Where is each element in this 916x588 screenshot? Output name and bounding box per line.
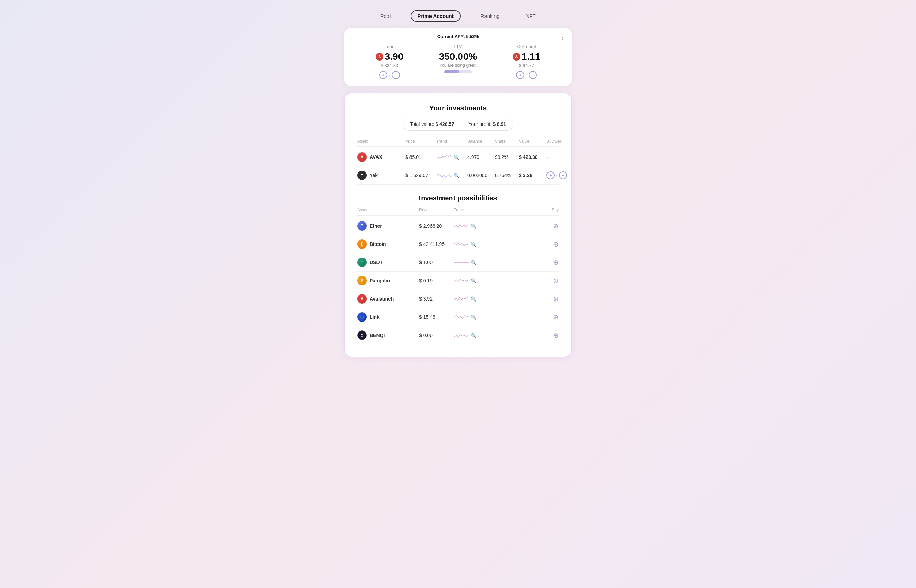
possibilities-section: Investment possibilities Asset Price Tre… bbox=[357, 194, 559, 344]
usdt-icon: T bbox=[357, 258, 367, 267]
total-value: Total value: $ 426.57 bbox=[403, 119, 461, 130]
search-icon-avalaunch[interactable]: 🔍 bbox=[471, 296, 476, 302]
price-ether: $ 2,968.20 bbox=[419, 223, 453, 229]
collateral-add-button[interactable]: + bbox=[516, 71, 524, 79]
search-icon-pangolin[interactable]: 🔍 bbox=[471, 278, 476, 283]
asset-link: ⬡ Link bbox=[357, 312, 419, 322]
buy-benqi-button[interactable]: ⊕ bbox=[545, 331, 559, 339]
more-options-button[interactable]: ⋮ bbox=[560, 33, 566, 41]
price-yak: $ 1,629.07 bbox=[405, 173, 436, 178]
your-profit: Your profit: $ 8.91 bbox=[461, 119, 513, 130]
eth-icon: Ξ bbox=[357, 221, 367, 231]
nav-prime-account[interactable]: Prime Account bbox=[411, 10, 460, 22]
nav-ranking[interactable]: Ranking bbox=[474, 11, 506, 21]
price-bitcoin: $ 42,411.95 bbox=[419, 241, 453, 247]
search-icon-avax[interactable]: 🔍 bbox=[453, 155, 459, 160]
balance-avax: 4.979 bbox=[467, 154, 495, 160]
table-row: Y Yak $ 1,629.07 🔍 0.002000 0.764% $ 3.2… bbox=[357, 166, 559, 185]
loan-add-button[interactable]: + bbox=[379, 71, 387, 79]
sparkline-pangolin bbox=[453, 276, 469, 285]
trend-yak: 🔍 bbox=[436, 171, 467, 179]
link-icon: ⬡ bbox=[357, 312, 367, 322]
asset-avalaunch: A Avalaunch bbox=[357, 294, 419, 304]
asset-name-yak: Yak bbox=[369, 173, 378, 178]
col-balance: Balance bbox=[467, 139, 495, 144]
possibilities-title: Investment possibilities bbox=[357, 194, 559, 202]
asset-bitcoin: ₿ Bitcoin bbox=[357, 239, 419, 249]
buysell-yak: + / − bbox=[547, 171, 571, 179]
sparkline-yak bbox=[436, 171, 452, 179]
trend-avalaunch: 🔍 bbox=[453, 295, 495, 303]
sparkline-benqi bbox=[453, 331, 469, 339]
price-link: $ 15.48 bbox=[419, 314, 453, 320]
search-icon-usdt[interactable]: 🔍 bbox=[471, 260, 476, 265]
col-value: Value bbox=[519, 139, 547, 144]
share-avax: 99.2% bbox=[495, 154, 519, 160]
poss-col-buy: Buy bbox=[545, 208, 559, 213]
buy-link-button[interactable]: ⊕ bbox=[545, 313, 559, 321]
collateral-label: Collateral bbox=[492, 44, 560, 49]
sparkline-ether bbox=[453, 222, 469, 230]
buy-pangolin-button[interactable]: ⊕ bbox=[545, 276, 559, 285]
sparkline-avax bbox=[436, 153, 452, 161]
ltv-bar-fill bbox=[444, 71, 460, 73]
asset-pangolin: P Pangolin bbox=[357, 276, 419, 285]
benqi-icon: Q bbox=[357, 330, 367, 340]
asset-ether: Ξ Ether bbox=[357, 221, 419, 231]
sparkline-bitcoin bbox=[453, 240, 469, 248]
png-icon: P bbox=[357, 276, 367, 285]
ltv-bar bbox=[444, 71, 472, 73]
investments-table-header: Asset Price Trend Balance Share Value Bu… bbox=[357, 139, 559, 147]
buy-avalaunch-button[interactable]: ⊕ bbox=[545, 295, 559, 303]
loan-section: Loan A 3.90 $ 331.80 + / − bbox=[356, 44, 424, 79]
poss-row-avalaunch: A Avalaunch $ 3.92 🔍 ⊕ bbox=[357, 290, 559, 308]
yak-asset-icon: Y bbox=[357, 171, 367, 180]
ltv-sub: You are doing great! bbox=[424, 63, 492, 68]
navigation: Pool Prime Account Ranking NFT bbox=[374, 10, 542, 22]
asset-usdt: T USDT bbox=[357, 258, 419, 267]
main-card: Your investments Total value: $ 426.57 Y… bbox=[345, 93, 571, 357]
table-row: A AVAX $ 85.01 🔍 4.979 99.2% $ 423.30 - bbox=[357, 148, 559, 166]
balance-yak: 0.002000 bbox=[467, 173, 495, 178]
price-pangolin: $ 0.19 bbox=[419, 278, 453, 283]
collateral-buttons: + / − bbox=[492, 71, 560, 79]
search-icon-yak[interactable]: 🔍 bbox=[453, 173, 459, 178]
yak-add-button[interactable]: + bbox=[547, 171, 555, 179]
poss-row-usdt: T USDT $ 1.00 🔍 ⊕ bbox=[357, 254, 559, 271]
loan-amount: A 3.90 bbox=[356, 51, 424, 62]
current-apy: Current APY: 5.52% bbox=[356, 34, 560, 39]
search-icon-ether[interactable]: 🔍 bbox=[471, 223, 476, 229]
col-buysell: Buy/Sell bbox=[547, 139, 571, 144]
share-yak: 0.764% bbox=[495, 173, 519, 178]
poss-row-pangolin: P Pangolin $ 0.19 🔍 ⊕ bbox=[357, 271, 559, 290]
col-price: Price bbox=[405, 139, 436, 144]
search-icon-link[interactable]: 🔍 bbox=[471, 315, 476, 320]
sparkline-avalaunch bbox=[453, 295, 469, 303]
nav-pool[interactable]: Pool bbox=[374, 11, 397, 21]
avax-icon: A bbox=[376, 53, 384, 61]
poss-col-trend: Trend bbox=[453, 208, 495, 213]
btc-icon: ₿ bbox=[357, 239, 367, 249]
col-asset: Asset bbox=[357, 139, 405, 144]
poss-row-benqi: Q BENQI $ 0.06 🔍 ⊕ bbox=[357, 326, 559, 344]
poss-row-bitcoin: ₿ Bitcoin $ 42,411.95 🔍 ⊕ bbox=[357, 235, 559, 254]
asset-benqi: Q BENQI bbox=[357, 330, 419, 340]
collateral-minus-button[interactable]: − bbox=[529, 71, 537, 79]
buy-usdt-button[interactable]: ⊕ bbox=[545, 258, 559, 267]
nav-nft[interactable]: NFT bbox=[519, 11, 542, 21]
poss-row-link: ⬡ Link $ 15.48 🔍 ⊕ bbox=[357, 308, 559, 326]
loan-minus-button[interactable]: − bbox=[392, 71, 400, 79]
possibilities-header: Asset Price Trend Buy bbox=[357, 208, 559, 216]
value-avax: $ 423.30 bbox=[519, 154, 547, 160]
loan-usd: $ 331.80 bbox=[356, 63, 424, 68]
sparkline-link bbox=[453, 313, 469, 321]
trend-link: 🔍 bbox=[453, 313, 495, 321]
yak-minus-button[interactable]: − bbox=[559, 171, 567, 179]
search-icon-benqi[interactable]: 🔍 bbox=[471, 333, 476, 338]
buy-ether-button[interactable]: ⊕ bbox=[545, 222, 559, 230]
buysell-avax: - bbox=[547, 154, 571, 160]
col-share: Share bbox=[495, 139, 519, 144]
buy-bitcoin-button[interactable]: ⊕ bbox=[545, 240, 559, 248]
search-icon-bitcoin[interactable]: 🔍 bbox=[471, 242, 476, 247]
asset-yak: Y Yak bbox=[357, 171, 405, 180]
